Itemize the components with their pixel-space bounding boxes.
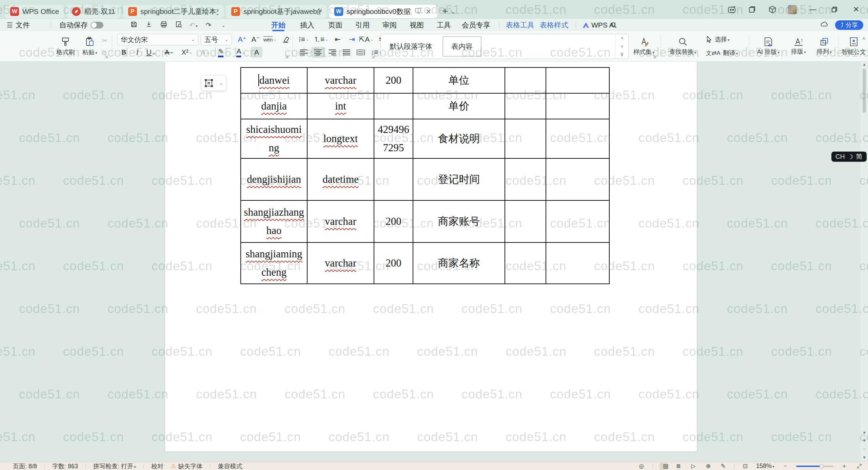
field-length[interactable]: 200	[374, 67, 413, 93]
font-dialog-launcher-icon[interactable]: ⇲	[285, 54, 289, 59]
text-direction-button[interactable]: ⇱A⌄	[359, 34, 373, 45]
paste-button[interactable]: 粘贴	[79, 33, 101, 60]
field-type[interactable]: varchar	[325, 257, 356, 269]
text-effects-button[interactable]: A⌄	[198, 47, 212, 58]
read-mode-icon[interactable]: ▷	[689, 463, 697, 470]
shrink-font-button[interactable]: A⁻	[249, 34, 262, 45]
empty-cell[interactable]	[546, 93, 609, 119]
tab-presentation-1[interactable]: P springboot二手儿童绘本交易系统设	[123, 5, 224, 18]
field-name[interactable]: danwei	[259, 74, 290, 86]
upload-cloud-icon[interactable]	[821, 21, 828, 30]
field-type[interactable]: varchar	[325, 215, 356, 227]
user-avatar[interactable]	[788, 5, 797, 14]
customize-quickbar-chevron-icon[interactable]: ⌄	[218, 23, 229, 28]
field-desc[interactable]: 单位	[413, 67, 505, 93]
save-icon[interactable]	[129, 21, 139, 30]
table-select-button[interactable]: ⌄	[201, 75, 226, 91]
table-row[interactable]: danjia int 单价	[241, 93, 609, 119]
bold-button[interactable]: B	[117, 47, 131, 58]
justify-button[interactable]	[340, 47, 353, 58]
fit-page-icon[interactable]: ⊡	[741, 463, 749, 470]
field-name[interactable]: dengjishijian	[247, 173, 301, 185]
empty-cell[interactable]	[505, 67, 546, 93]
align-center-button[interactable]	[311, 47, 325, 58]
tab-docer[interactable]: 稻壳·双11	[66, 5, 121, 18]
gallery-up-icon[interactable]: ˄	[621, 36, 624, 41]
field-desc[interactable]: 食材说明	[413, 119, 505, 158]
ai-layout-button[interactable]: AI 排版	[752, 33, 785, 60]
outline-view-icon[interactable]: ≣	[674, 463, 683, 470]
field-name[interactable]: shicaishuoming	[246, 123, 302, 154]
empty-cell[interactable]	[505, 119, 546, 158]
table-row[interactable]: danwei varchar 200 单位	[241, 67, 609, 93]
tab-list-chevron-icon[interactable]: ⌄	[451, 8, 455, 15]
redo-icon[interactable]: ↷	[203, 21, 214, 29]
vertical-scrollbar[interactable]: ▴ ▴ ▾ ◦ ▾	[861, 62, 868, 462]
table-row[interactable]: shangjiazhanghao varchar 200 商家账号	[241, 200, 609, 242]
tab-reference[interactable]: 引用	[355, 19, 370, 31]
tab-wps-home[interactable]: W WPS Office	[5, 5, 64, 18]
empty-cell[interactable]	[546, 119, 609, 158]
db-fields-table[interactable]: danwei varchar 200 单位 danjia int 单价 shic…	[240, 67, 610, 284]
field-desc[interactable]: 商家账号	[413, 200, 505, 242]
document-page[interactable]: ⌄ danwei varchar 200 单位 danjia int 单价 sh…	[165, 62, 697, 451]
zoom-slider[interactable]	[796, 466, 833, 467]
table-row[interactable]: dengjishijian datetime 登记时间	[241, 158, 609, 200]
focus-mode-icon[interactable]: ◎	[637, 463, 646, 470]
field-name[interactable]: shangjiazhanghao	[244, 206, 304, 236]
zoom-slider-knob[interactable]	[820, 464, 824, 468]
numbering-button[interactable]: ⒈≡⌄	[314, 34, 328, 45]
field-length[interactable]: 4294967295	[374, 119, 413, 158]
gallery-down-icon[interactable]: ˅	[621, 44, 624, 49]
edit-mode-icon[interactable]: ✎	[719, 463, 727, 470]
bullets-button[interactable]: ⁝≡⌄	[297, 34, 311, 45]
file-menu[interactable]: ☰ 文件	[7, 19, 30, 31]
select-browse-object-icon[interactable]: ◦	[864, 446, 865, 451]
underline-button[interactable]: U⌄	[144, 47, 158, 58]
grow-font-button[interactable]: A⁺	[235, 34, 249, 45]
tab-member[interactable]: 会员专享	[462, 19, 490, 31]
field-length[interactable]: 200	[374, 242, 413, 284]
spellcheck-status[interactable]: 拼写检查: 打开	[93, 462, 136, 470]
search-menu-button[interactable]	[610, 19, 617, 31]
field-name[interactable]: shangjiamingcheng	[245, 248, 302, 278]
font-color-button[interactable]: A⌄	[234, 47, 248, 58]
scroll-up-icon[interactable]: ▴	[863, 62, 866, 67]
empty-cell[interactable]	[546, 67, 609, 93]
empty-cell[interactable]	[505, 93, 546, 119]
font-size-select[interactable]: 五号⌄	[201, 34, 232, 45]
empty-cell[interactable]	[546, 242, 609, 284]
scrollbar-thumb[interactable]	[863, 69, 866, 113]
document-canvas[interactable]: ⌄ danwei varchar 200 单位 danjia int 单价 sh…	[0, 62, 868, 462]
field-type[interactable]: varchar	[325, 74, 356, 86]
italic-button[interactable]: I	[131, 47, 144, 58]
close-window-button[interactable]: ✕	[850, 4, 862, 15]
tab-view[interactable]: 视图	[410, 19, 424, 31]
cut-icon[interactable]: ✂	[102, 37, 107, 45]
arrange-button[interactable]: 排列	[812, 33, 836, 60]
zoom-out-icon[interactable]: −	[781, 463, 789, 470]
field-desc[interactable]: 登记时间	[413, 158, 505, 200]
device-sync-icon[interactable]	[415, 7, 421, 16]
share-button[interactable]: ⤴ 分享	[835, 20, 863, 30]
autosave-toggle[interactable]	[91, 22, 103, 28]
translate-button[interactable]: 文⇄A 翻译	[706, 49, 738, 57]
strikethrough-button[interactable]: A⌄	[162, 47, 176, 58]
empty-cell[interactable]	[546, 158, 609, 200]
decrease-indent-button[interactable]: ⇤	[331, 34, 344, 45]
close-tab-icon[interactable]: ✕	[425, 7, 432, 16]
empty-cell[interactable]	[505, 242, 546, 284]
increase-indent-button[interactable]: ⇥	[345, 34, 359, 45]
field-type[interactable]: datetime	[322, 173, 359, 185]
cube-workspace-icon[interactable]	[767, 4, 777, 15]
style-default-font[interactable]: 默认段落字体	[381, 42, 441, 51]
tab-tools[interactable]: 工具	[437, 19, 451, 31]
undo-icon[interactable]: ↶	[189, 21, 199, 29]
highlight-color-button[interactable]: ✎⌄	[216, 47, 230, 58]
print-preview-icon[interactable]	[174, 21, 184, 30]
find-replace-button[interactable]: 查找替换	[665, 33, 701, 60]
tab-writer-active[interactable]: W springbootibcv0数据库文 ✕	[329, 5, 437, 18]
assistant-icon[interactable]	[727, 4, 737, 15]
ime-indicator[interactable]: CH ☽ 简	[831, 152, 867, 162]
page-view-icon[interactable]: ▤	[659, 463, 668, 470]
